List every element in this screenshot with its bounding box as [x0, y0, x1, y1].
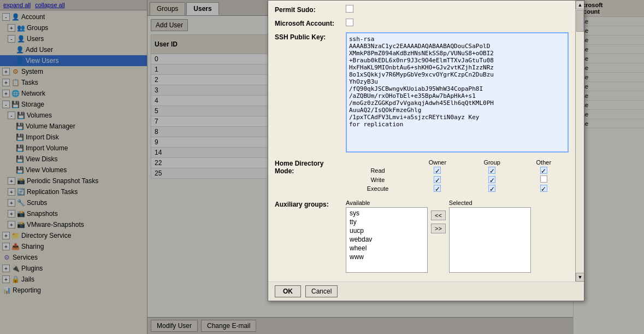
scroll-down-arrow[interactable]: ▼: [576, 273, 584, 282]
auxiliary-groups-row: Auxiliary groups: Available sys tty uucp: [275, 200, 569, 273]
aux-item-www[interactable]: www: [347, 253, 426, 261]
permit-sudo-value: [346, 5, 569, 14]
home-dir-label: Home Directory Mode:: [275, 159, 346, 175]
edit-user-modal: Permit Sudo: Microsoft Account:: [268, 0, 584, 301]
perm-execute-label: Execute: [346, 184, 410, 193]
aux-move-left-button[interactable]: <<: [431, 210, 446, 220]
auxiliary-groups-label: Auxiliary groups:: [275, 200, 346, 208]
home-dir-row: Home Directory Mode: Owner Group: [275, 159, 569, 195]
perm-read-other[interactable]: ✓: [540, 167, 547, 174]
modal-scrollbar[interactable]: ▲ ▼: [575, 1, 584, 282]
scroll-track: [576, 9, 584, 273]
aux-arrows: << >>: [431, 200, 446, 233]
aux-move-right-button[interactable]: >>: [431, 224, 446, 233]
perm-write-group[interactable]: ✓: [488, 176, 495, 183]
auxiliary-groups-value: Available sys tty uucp webdav wheel www: [346, 200, 569, 273]
ssh-key-value: ssh-rsa AAAAB3NzaC1yc2EAAAADAQABAABAQDou…: [346, 32, 569, 154]
perm-read-owner[interactable]: ✓: [434, 167, 441, 174]
perm-exec-other[interactable]: ✓: [540, 185, 547, 192]
permit-sudo-checkbox[interactable]: [346, 5, 353, 13]
aux-selected-list: [449, 207, 531, 273]
aux-available-list[interactable]: sys tty uucp webdav wheel www: [346, 207, 428, 273]
cancel-button[interactable]: Cancel: [305, 285, 338, 297]
perm-group-header: Group: [465, 159, 519, 166]
ssh-public-key-input[interactable]: ssh-rsa AAAAB3NzaC1yc2EAAAADAQABAABAQDou…: [346, 32, 569, 153]
aux-groups-section: Available sys tty uucp webdav wheel www: [346, 200, 569, 273]
microsoft-account-row: Microsoft Account:: [275, 19, 569, 28]
perm-write-label: Write: [346, 175, 410, 184]
perm-write-other[interactable]: [540, 175, 547, 183]
modal-body: Permit Sudo: Microsoft Account:: [268, 1, 575, 282]
aux-item-sys[interactable]: sys: [347, 209, 426, 218]
aux-available-section: Available sys tty uucp webdav wheel www: [346, 200, 428, 273]
aux-item-tty[interactable]: tty: [347, 218, 426, 226]
perm-exec-owner[interactable]: ✓: [434, 185, 441, 192]
permissions-table: Owner Group Other Read ✓ ✓: [346, 159, 569, 193]
perm-owner-header: Owner: [410, 159, 465, 166]
aux-available-header: Available: [346, 200, 428, 206]
perm-read-label: Read: [346, 166, 410, 175]
scroll-thumb[interactable]: [576, 10, 584, 32]
scroll-up-arrow[interactable]: ▲: [576, 1, 584, 9]
ssh-public-key-row: SSH Public Key: ssh-rsa AAAAB3NzaC1yc2EA…: [275, 32, 569, 154]
aux-selected-section: Selected: [449, 200, 531, 273]
aux-item-webdav[interactable]: webdav: [347, 235, 426, 244]
aux-selected-header: Selected: [449, 200, 531, 206]
permit-sudo-row: Permit Sudo:: [275, 5, 569, 14]
modal-overlay: Permit Sudo: Microsoft Account:: [0, 0, 644, 334]
aux-item-wheel[interactable]: wheel: [347, 244, 426, 253]
modal-footer: OK Cancel: [268, 282, 584, 301]
perm-write-owner[interactable]: ✓: [434, 176, 441, 183]
microsoft-account-label: Microsoft Account:: [275, 19, 346, 27]
microsoft-account-value: [346, 19, 569, 28]
aux-item-uucp[interactable]: uucp: [347, 226, 426, 235]
permit-sudo-label: Permit Sudo:: [275, 5, 346, 14]
ok-button[interactable]: OK: [275, 285, 301, 297]
perm-read-group[interactable]: ✓: [488, 167, 495, 174]
microsoft-account-checkbox[interactable]: [346, 19, 353, 26]
perm-exec-group[interactable]: ✓: [488, 185, 495, 192]
ssh-public-key-label: SSH Public Key:: [275, 32, 346, 41]
home-dir-mode-value: Owner Group Other Read ✓ ✓: [346, 159, 569, 195]
perm-other-header: Other: [519, 159, 569, 166]
